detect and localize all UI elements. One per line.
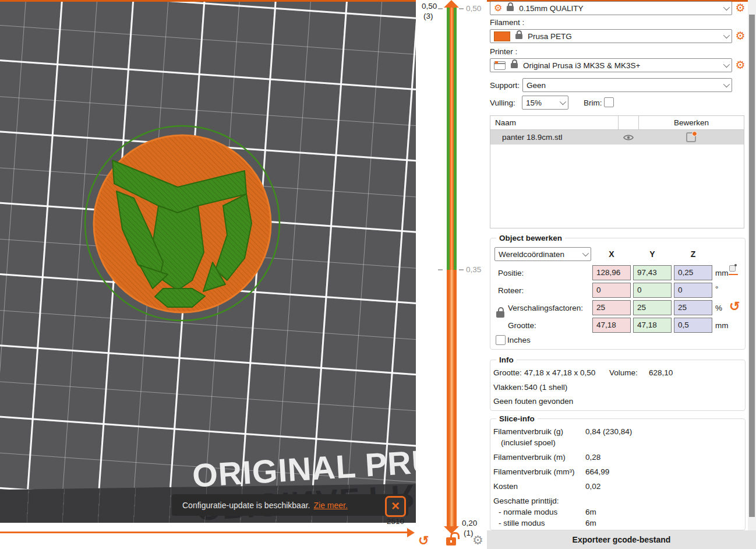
slice-row-label: - normale modus <box>499 508 557 516</box>
chevron-down-icon <box>723 32 730 38</box>
layer-slider-lower-range[interactable] <box>447 270 457 526</box>
rotate-x-field[interactable]: 0 <box>592 283 631 298</box>
size-y-field[interactable]: 47,18 <box>633 318 672 333</box>
filament-color-swatch <box>494 31 510 41</box>
rotate-unit: ° <box>715 284 718 293</box>
layer-slider-top-handle[interactable] <box>444 0 459 8</box>
prusaslicer-window: ORIGINAL PRU ORIGINAL PRU <box>0 0 756 549</box>
support-combo[interactable]: Geen <box>522 78 732 92</box>
eye-icon[interactable] <box>623 134 634 141</box>
info-facets-value: 540 (1 shell) <box>524 383 567 392</box>
size-label: Grootte: <box>508 321 536 330</box>
filament-value: Prusa PETG <box>528 32 572 41</box>
hslider-arrow[interactable] <box>407 528 415 537</box>
scrollbar-thumb[interactable] <box>749 15 755 517</box>
chevron-down-icon <box>723 4 730 10</box>
lock-icon <box>511 63 518 68</box>
slice-row-label: (inclusief spoel) <box>501 438 556 447</box>
printer-combo[interactable]: Original Prusa i3 MK3S & MK3S+ <box>490 58 732 72</box>
slice-row-label: Filamentverbruik (mm³) <box>493 467 575 476</box>
object-edit-title: Object bewerken <box>496 234 565 242</box>
info-size-value: 47,18 x 47,18 x 0,50 <box>524 368 595 377</box>
info-facets-label: Vlakken: <box>493 383 524 392</box>
scale-unit: % <box>715 304 722 312</box>
support-value: Geen <box>527 81 546 90</box>
print-settings-value: 0.15mm QUALITY <box>519 4 583 13</box>
slice-row-value: 664,99 <box>585 467 609 476</box>
settings-gear-icon[interactable]: ⚙ <box>472 534 483 547</box>
chevron-down-icon <box>582 250 589 256</box>
axis-header-x: X <box>592 249 631 259</box>
objects-table-header: Naam Bewerken <box>490 116 744 130</box>
slice-row-label: - stille modus <box>499 519 545 527</box>
position-z-field[interactable]: 0,25 <box>674 265 712 280</box>
sliced-model-panther[interactable] <box>73 110 294 343</box>
info-volume-value: 628,10 <box>649 368 673 377</box>
printer-edit-gear[interactable]: ⚙ <box>734 59 747 72</box>
position-unit: mm <box>715 269 729 277</box>
3d-viewport[interactable]: ORIGINAL PRU ORIGINAL PRU <box>0 2 416 523</box>
uniform-scale-lock-icon[interactable] <box>496 311 504 318</box>
column-header-name: Naam <box>490 118 618 127</box>
close-icon[interactable]: × <box>385 496 406 517</box>
slice-info-title: Slice-info <box>496 414 538 423</box>
slice-row-value: 0,84 (230,84) <box>585 427 632 436</box>
scale-y-field[interactable]: 25 <box>633 300 672 315</box>
axis-header-z: Z <box>674 249 712 259</box>
layer-slider-bottom-count: (1) <box>464 529 474 537</box>
layer-slider-bottom-handle[interactable] <box>444 526 459 534</box>
print-settings-gear-icon: ⚙ <box>494 3 502 13</box>
rotate-z-field[interactable]: 0 <box>674 283 712 298</box>
size-unit: mm <box>715 321 729 330</box>
reset-scale-icon[interactable]: ↺ <box>729 300 740 313</box>
filament-combo[interactable]: Prusa PETG <box>490 29 732 43</box>
info-size-label: Grootte: <box>493 368 522 377</box>
axis-header-y: Y <box>633 249 672 259</box>
coordinate-system-combo[interactable]: Wereldcoördinaten <box>494 247 591 261</box>
layer-slider-top-count: (3) <box>423 12 433 20</box>
layer-slider-top-tick-label: 0,50 <box>466 4 481 13</box>
position-y-field[interactable]: 97,43 <box>633 265 672 280</box>
notification-link[interactable]: Zie meer. <box>313 501 347 510</box>
chevron-down-icon <box>723 81 730 87</box>
printer-label: Printer : <box>490 47 517 56</box>
scale-z-field[interactable]: 25 <box>674 300 712 315</box>
info-status: Geen fouten gevonden <box>493 397 573 406</box>
layer-slider-upper-range[interactable] <box>447 7 457 270</box>
slice-row-label: Filamentverbruik (m) <box>493 453 566 462</box>
inches-checkbox[interactable] <box>496 335 506 345</box>
print-settings-combo[interactable]: ⚙ 0.15mm QUALITY <box>490 1 732 15</box>
infill-combo[interactable]: 15% <box>522 96 568 110</box>
position-x-field[interactable]: 128,96 <box>592 265 631 280</box>
slice-row-value: 0,02 <box>585 482 600 491</box>
drop-to-bed-icon[interactable] <box>729 265 739 275</box>
scale-x-field[interactable]: 25 <box>592 300 631 315</box>
size-z-field[interactable]: 0,5 <box>674 318 712 333</box>
coordinate-system-value: Wereldcoördinaten <box>499 250 564 259</box>
unlock-icon[interactable] <box>446 537 456 546</box>
tick-mark <box>438 8 443 9</box>
notification-toast: Configuratie-update is beschikbaar. Zie … <box>172 494 408 516</box>
brim-checkbox[interactable] <box>604 97 614 107</box>
tick-mark <box>459 269 464 270</box>
edit-object-icon[interactable] <box>686 132 696 142</box>
export-gcode-button[interactable]: Exporteer gcode-bestand <box>487 530 756 549</box>
table-row[interactable]: panter 18.9cm.stl <box>490 130 744 145</box>
undo-icon[interactable]: ↺ <box>418 534 429 547</box>
printer-icon <box>494 61 506 70</box>
size-x-field[interactable]: 47,18 <box>592 318 631 333</box>
filament-edit-gear[interactable]: ⚙ <box>734 30 747 43</box>
notification-text: Configuratie-update is beschikbaar. <box>182 501 310 510</box>
print-settings-edit-gear[interactable]: ⚙ <box>734 2 747 15</box>
objects-table: Naam Bewerken panter 18.9cm.stl <box>490 115 744 228</box>
chevron-down-icon <box>560 98 566 105</box>
lock-icon <box>507 6 514 11</box>
tick-mark <box>438 269 443 270</box>
inches-label: Inches <box>507 336 531 344</box>
rotate-y-field[interactable]: 0 <box>633 283 672 298</box>
scale-label: Verschalingsfactoren: <box>508 304 583 312</box>
chevron-down-icon <box>723 61 730 68</box>
slice-row-label: Geschatte printtijd: <box>493 497 559 505</box>
hslider-track[interactable] <box>0 532 408 533</box>
column-header-visibility <box>618 116 638 129</box>
